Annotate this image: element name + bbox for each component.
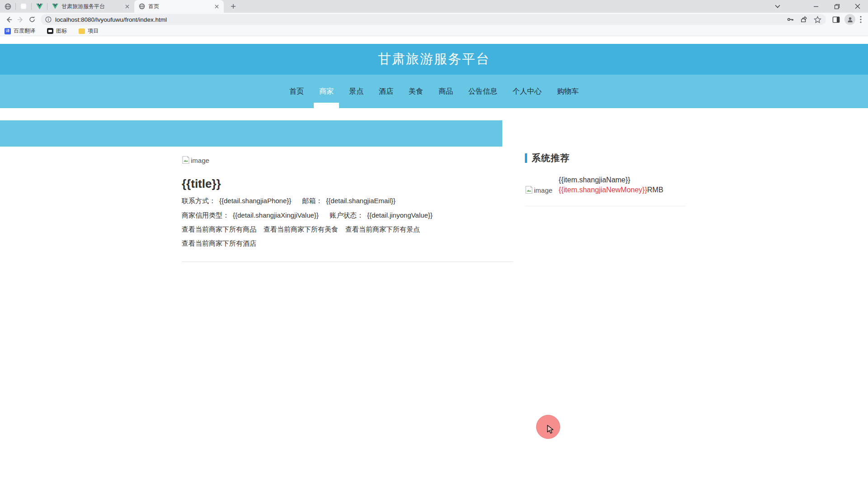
page-content: 甘肃旅游服务平台 首页 商家 景点 酒店 美食 商品 公告信息 个人中心 购物车… (0, 44, 868, 485)
restore-button[interactable] (826, 0, 847, 13)
price-placeholder: {{item.shangjiaNewMoney}} (559, 186, 647, 194)
recommend-item-price-line: {{item.shangjiaNewMoney}}RMB (559, 186, 663, 194)
bookmarks-bar: 译 百度翻译 图标 项目 (0, 26, 868, 36)
url-text[interactable]: localhost:8080/lvyoufuwu/front/index.htm… (55, 16, 783, 23)
status-label: 账户状态： (330, 211, 363, 219)
profile-avatar[interactable] (844, 14, 855, 25)
nav-item-home[interactable]: 首页 (282, 75, 311, 108)
broken-image-icon (525, 185, 533, 194)
content-divider (182, 262, 513, 262)
globe-icon (5, 3, 11, 10)
bookmark-icons[interactable]: 图标 (47, 27, 67, 35)
minimize-button[interactable] (806, 0, 826, 13)
blank-page-icon (20, 3, 27, 10)
close-window-button[interactable] (847, 0, 868, 13)
pinned-tab-blank[interactable] (16, 0, 31, 13)
email-label: 邮箱： (302, 197, 322, 204)
globe-icon (139, 3, 145, 10)
recommend-image-broken: image (525, 176, 552, 194)
bookmark-label: 百度翻译 (14, 27, 35, 35)
main-navigation: 首页 商家 景点 酒店 美食 商品 公告信息 个人中心 购物车 (0, 75, 868, 108)
bookmark-label: 图标 (56, 27, 67, 35)
recommend-heading-row: 系统推荐 (525, 152, 687, 164)
folder-icon (79, 29, 85, 34)
bookmark-star-icon[interactable] (814, 16, 821, 24)
phone-value: {{detail.shangjiaPhone}} (219, 197, 291, 204)
nav-item-cart[interactable]: 购物车 (549, 75, 586, 108)
image-alt-text: image (191, 157, 209, 164)
bookmark-baidu-translate[interactable]: 译 百度翻译 (5, 27, 35, 35)
tab-home-active[interactable]: 首页 (134, 0, 224, 13)
nav-item-scenic[interactable]: 景点 (341, 75, 371, 108)
tab-title: 首页 (148, 3, 210, 10)
forward-button[interactable] (14, 14, 26, 25)
accent-bar (525, 153, 527, 163)
recommend-panel: 系统推荐 image {{item.shangjiaName}} {{item.… (525, 152, 687, 206)
browser-toolbar: localhost:8080/lvyoufuwu/front/index.htm… (0, 13, 868, 26)
tab-separator (31, 3, 32, 10)
recommend-item-texts: {{item.shangjiaName}} {{item.shangjiaNew… (559, 176, 663, 194)
share-icon[interactable] (800, 16, 807, 23)
merchant-links-row: 查看当前商家下所有商品查看当前商家下所有美食查看当前商家下所有景点 (182, 225, 513, 234)
link-all-hotels[interactable]: 查看当前商家下所有酒店 (182, 239, 256, 247)
phone-label: 联系方式： (182, 197, 216, 204)
nav-item-profile[interactable]: 个人中心 (505, 75, 549, 108)
pinned-tab-vue[interactable] (32, 0, 47, 13)
link-all-food[interactable]: 查看当前商家下所有美食 (264, 225, 338, 233)
link-all-goods[interactable]: 查看当前商家下所有商品 (182, 225, 256, 233)
bookmark-label: 项目 (88, 27, 99, 35)
nav-item-announcements[interactable]: 公告信息 (461, 75, 505, 108)
merchant-links-row2: 查看当前商家下所有酒店 (182, 239, 513, 248)
credit-line: 商家信用类型：{{detail.shangjiaXingjiValue}}账户状… (182, 211, 513, 220)
nav-item-merchant[interactable]: 商家 (311, 75, 341, 108)
broken-image-icon (182, 156, 190, 164)
credit-label: 商家信用类型： (182, 211, 229, 219)
refresh-button[interactable] (26, 14, 38, 25)
contact-line: 联系方式：{{detail.shangjiaPhone}}邮箱：{{detail… (182, 197, 513, 205)
baidu-translate-icon: 译 (5, 28, 11, 34)
tab-title: 甘肃旅游服务平台 (61, 3, 120, 10)
status-value: {{detail.jinyongValue}} (367, 211, 433, 219)
toolbar-right (829, 14, 865, 25)
nav-item-goods[interactable]: 商品 (431, 75, 461, 108)
pinned-tab-globe[interactable] (0, 0, 15, 13)
recommend-item[interactable]: image {{item.shangjiaName}} {{item.shang… (525, 176, 687, 194)
window-controls (770, 0, 868, 13)
side-panel-icon[interactable] (832, 16, 840, 24)
credit-value: {{detail.shangjiaXingjiValue}} (233, 211, 319, 219)
address-bar[interactable]: localhost:8080/lvyoufuwu/front/index.htm… (41, 14, 826, 25)
tab-gansu-platform[interactable]: 甘肃旅游服务平台 (47, 0, 134, 13)
menu-dots-icon[interactable] (860, 16, 862, 23)
back-button[interactable] (3, 14, 14, 25)
email-value: {{detail.shangjiaEmail}} (326, 197, 395, 204)
banner-strip (0, 120, 502, 147)
nav-item-hotel[interactable]: 酒店 (371, 75, 401, 108)
tab-strip: 甘肃旅游服务平台 首页 (0, 0, 868, 13)
page-info-icon[interactable] (45, 16, 52, 23)
merchant-title-placeholder: {{title}} (182, 177, 513, 191)
tab-close-icon[interactable] (213, 3, 220, 10)
merchant-image-broken: image (182, 156, 209, 164)
vue-logo-icon (36, 4, 43, 10)
recommend-divider (525, 206, 686, 206)
nav-item-food[interactable]: 美食 (401, 75, 431, 108)
mouse-cursor-icon (547, 425, 554, 434)
new-tab-button[interactable] (227, 0, 239, 12)
password-key-icon[interactable] (787, 16, 794, 23)
tab-separator (15, 3, 16, 10)
media-icon (47, 28, 53, 34)
currency-label: RMB (647, 186, 664, 194)
recommend-item-name[interactable]: {{item.shangjiaName}} (559, 176, 663, 184)
omnibox-icons (787, 16, 821, 24)
image-alt-text: image (534, 186, 552, 194)
bookmark-project[interactable]: 项目 (79, 27, 99, 35)
tab-close-icon[interactable] (123, 3, 131, 10)
recommend-heading: 系统推荐 (532, 152, 570, 164)
site-title: 甘肃旅游服务平台 (378, 50, 490, 68)
tab-separator (47, 3, 47, 10)
tab-search-button[interactable] (770, 0, 785, 13)
site-header: 甘肃旅游服务平台 (0, 44, 868, 75)
merchant-detail-panel: image {{title}} 联系方式：{{detail.shangjiaPh… (182, 156, 513, 262)
click-highlight-circle (536, 415, 560, 439)
link-all-scenic[interactable]: 查看当前商家下所有景点 (345, 225, 420, 233)
